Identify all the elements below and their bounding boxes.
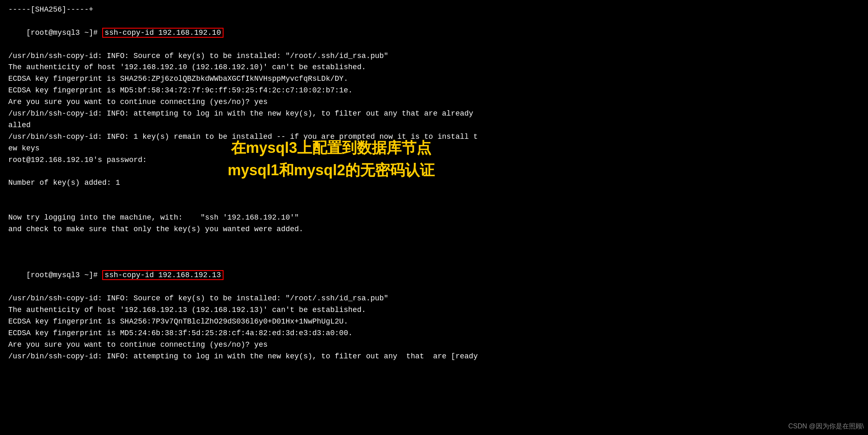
- terminal-line-5: ECDSA key fingerprint is SHA256:ZPj6zolQ…: [8, 73, 860, 85]
- terminal-line-22: The authenticity of host '192.168.192.13…: [8, 304, 860, 316]
- terminal-line-26: /usr/bin/ssh-copy-id: INFO: attempting t…: [8, 351, 860, 362]
- empty-4: [8, 235, 860, 247]
- terminal-line-4: The authenticity of host '192.168.192.10…: [8, 62, 860, 73]
- terminal-line-17: and check to make sure that only the key…: [8, 224, 860, 235]
- terminal-line-3: /usr/bin/ssh-copy-id: INFO: Source of ke…: [8, 51, 860, 62]
- command-box-1: ssh-copy-id 192.168.192.10: [102, 28, 224, 38]
- terminal-line-7: Are you sure you want to continue connec…: [8, 97, 860, 108]
- watermark: CSDN @因为你是在照顾\: [789, 422, 864, 431]
- empty-5: [8, 247, 860, 259]
- terminal-line-9: alled: [8, 120, 860, 131]
- command-box-2: ssh-copy-id 192.168.192.13: [102, 270, 224, 280]
- terminal-line-20: [root@mysql3 ~]# ssh-copy-id 192.168.192…: [8, 259, 860, 293]
- terminal-line-2: [root@mysql3 ~]# ssh-copy-id 192.168.192…: [8, 16, 860, 51]
- terminal-line-6: ECDSA key fingerprint is MD5:bf:58:34:72…: [8, 85, 860, 97]
- prompt-2: [root@mysql3 ~]#: [26, 271, 102, 279]
- annotation-line-2: mysql1和mysql2的无密码认证: [228, 159, 435, 181]
- terminal-line-25: Are you sure you want to continue connec…: [8, 339, 860, 351]
- prompt-1: [root@mysql3 ~]#: [26, 29, 102, 37]
- terminal-line-23: ECDSA key fingerprint is SHA256:7P3v7QnT…: [8, 316, 860, 328]
- annotation-line-1: 在mysql3上配置到数据库节点: [228, 137, 435, 159]
- empty-2: [8, 189, 860, 201]
- empty-3: [8, 201, 860, 212]
- terminal-line-24: ECDSA key fingerprint is MD5:24:6b:38:3f…: [8, 328, 860, 339]
- terminal-line-21: /usr/bin/ssh-copy-id: INFO: Source of ke…: [8, 293, 860, 304]
- terminal-line-8: /usr/bin/ssh-copy-id: INFO: attempting t…: [8, 108, 860, 120]
- annotation-overlay: 在mysql3上配置到数据库节点 mysql1和mysql2的无密码认证: [228, 137, 435, 181]
- terminal-window: -----[SHA256]-----+ [root@mysql3 ~]# ssh…: [0, 0, 868, 367]
- terminal-line-16: Now try logging into the machine, with: …: [8, 212, 860, 224]
- terminal-line-1: -----[SHA256]-----+: [8, 4, 860, 16]
